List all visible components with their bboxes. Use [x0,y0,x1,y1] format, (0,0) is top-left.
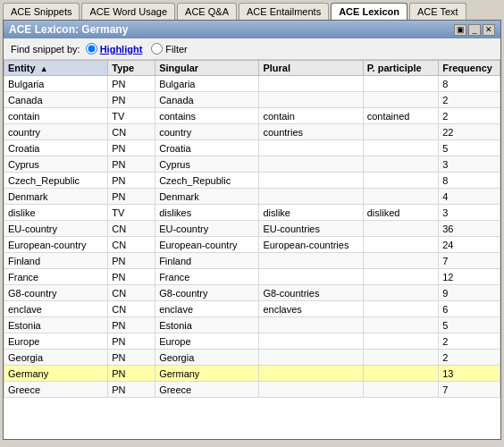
table-row[interactable]: FrancePNFrance12 [4,269,500,285]
table-row[interactable]: EU-countryCNEU-countryEU-countries36 [4,221,500,237]
cell-type: PN [108,189,155,205]
cell-entity: Finland [4,253,108,269]
filter-radio-input[interactable] [151,43,163,55]
table-row[interactable]: G8-countryCNG8-countryG8-countries9 [4,285,500,301]
cell-entity: G8-country [4,285,108,301]
cell-plural: enclaves [259,301,363,317]
tile-button[interactable]: ▣ [454,24,466,36]
close-button[interactable]: ✕ [483,24,495,36]
col-header-frequency[interactable]: Frequency [439,61,500,76]
cell-type: CN [108,237,155,253]
cell-singular: contains [155,108,259,124]
tab-ace-snippets[interactable]: ACE Snippets [3,3,80,20]
tab-ace-text[interactable]: ACE Text [409,3,466,20]
cell-entity: Denmark [4,189,108,205]
cell-type: PN [108,269,155,285]
col-header-participle[interactable]: P. participle [363,61,439,76]
cell-singular: Croatia [155,140,259,156]
tab-ace-word-usage[interactable]: ACE Word Usage [81,3,175,20]
col-header-plural[interactable]: Plural [259,61,363,76]
cell-participle [363,285,439,301]
cell-frequency: 12 [439,269,500,285]
cell-plural: countries [259,124,363,140]
cell-singular: Cyprus [155,156,259,173]
table-row[interactable]: containTVcontainscontaincontained2 [4,108,500,124]
cell-plural [259,269,363,285]
cell-plural [259,350,363,366]
cell-entity: Europe [4,333,108,350]
table-row[interactable]: European-countryCNEuropean-countryEurope… [4,237,500,253]
filter-label: Filter [165,44,187,55]
cell-singular: enclave [155,301,259,317]
col-header-type[interactable]: Type [108,61,155,76]
cell-entity: Estonia [4,317,108,333]
highlight-radio[interactable]: Highlight [86,43,143,55]
cell-plural: G8-countries [259,285,363,301]
cell-plural [259,76,363,92]
cell-entity: dislike [4,205,108,221]
cell-type: PN [108,333,155,350]
lexicon-table: Entity ▲ Type Singular Plural P. partici… [4,60,500,398]
cell-entity: Canada [4,92,108,108]
cell-type: CN [108,124,155,140]
minimize-button[interactable]: _ [468,24,481,36]
cell-frequency: 4 [439,189,500,205]
cell-singular: Finland [155,253,259,269]
cell-plural [259,317,363,333]
cell-participle [363,156,439,173]
col-header-entity[interactable]: Entity ▲ [4,61,108,76]
cell-frequency: 5 [439,140,500,156]
table-row[interactable]: EuropePNEurope2 [4,333,500,350]
cell-plural [259,189,363,205]
tab-ace-qa[interactable]: ACE Q&A [177,3,237,20]
cell-frequency: 2 [439,108,500,124]
cell-frequency: 2 [439,350,500,366]
cell-participle [363,301,439,317]
tab-ace-entailments[interactable]: ACE Entailments [239,3,329,20]
cell-entity: Bulgaria [4,76,108,92]
table-row[interactable]: GermanyPNGermany13 [4,366,500,382]
table-row[interactable]: countryCNcountrycountries22 [4,124,500,140]
table-row[interactable]: DenmarkPNDenmark4 [4,189,500,205]
highlight-radio-input[interactable] [86,43,97,55]
cell-entity: France [4,269,108,285]
table-row[interactable]: GeorgiaPNGeorgia2 [4,350,500,366]
cell-frequency: 22 [439,124,500,140]
table-row[interactable]: FinlandPNFinland7 [4,253,500,269]
cell-singular: European-country [155,237,259,253]
cell-participle [363,366,439,382]
table-container[interactable]: Entity ▲ Type Singular Plural P. partici… [4,60,500,439]
cell-singular: country [155,124,259,140]
table-row[interactable]: CanadaPNCanada2 [4,92,500,108]
cell-participle [363,124,439,140]
table-row[interactable]: Czech_RepublicPNCzech_Republic8 [4,173,500,189]
cell-singular: Bulgaria [155,76,259,92]
filter-radio[interactable]: Filter [151,43,187,55]
table-row[interactable]: enclaveCNenclaveenclaves6 [4,301,500,317]
cell-participle [363,92,439,108]
table-row[interactable]: GreecePNGreece7 [4,382,500,398]
table-row[interactable]: EstoniaPNEstonia5 [4,317,500,333]
table-row[interactable]: dislikeTVdislikesdislikedisliked3 [4,205,500,221]
col-header-singular[interactable]: Singular [155,61,259,76]
table-row[interactable]: CroatiaPNCroatia5 [4,140,500,156]
cell-type: PN [108,76,155,92]
cell-participle [363,237,439,253]
cell-plural: EU-countries [259,221,363,237]
highlight-label: Highlight [100,44,143,55]
tab-ace-lexicon[interactable]: ACE Lexicon [331,3,407,20]
cell-singular: France [155,269,259,285]
cell-entity: European-country [4,237,108,253]
sort-arrow-icon: ▲ [40,64,48,73]
cell-frequency: 8 [439,173,500,189]
cell-type: CN [108,221,155,237]
cell-type: TV [108,108,155,124]
cell-singular: Georgia [155,350,259,366]
cell-type: PN [108,382,155,398]
cell-type: PN [108,253,155,269]
table-row[interactable]: BulgariaPNBulgaria8 [4,76,500,92]
cell-participle [363,350,439,366]
cell-frequency: 8 [439,76,500,92]
table-header-row: Entity ▲ Type Singular Plural P. partici… [4,61,500,76]
table-row[interactable]: CyprusPNCyprus3 [4,156,500,173]
